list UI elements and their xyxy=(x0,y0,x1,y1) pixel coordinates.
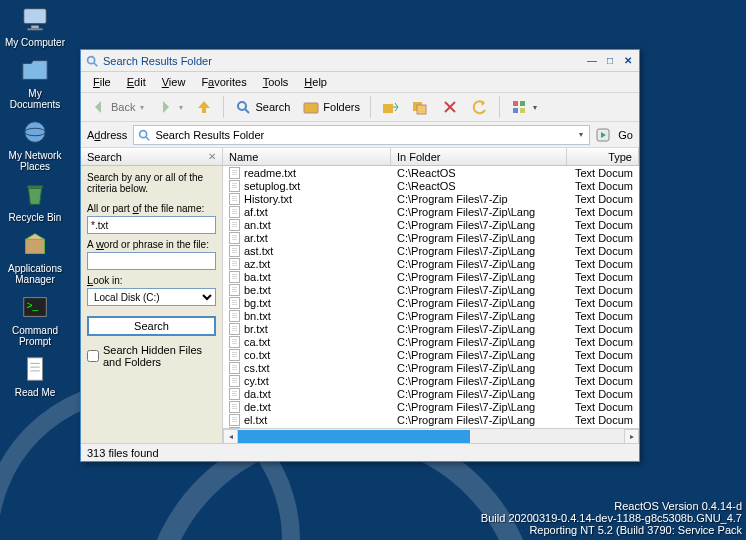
menu-tools[interactable]: Tools xyxy=(257,74,295,90)
dropdown-arrow-icon: ▾ xyxy=(533,103,537,112)
minimize-button[interactable]: — xyxy=(585,55,599,67)
status-text: 313 files found xyxy=(87,447,159,459)
toolbar-separator xyxy=(499,96,500,118)
menu-file[interactable]: File xyxy=(87,74,117,90)
scroll-thumb[interactable] xyxy=(238,430,470,443)
file-type: Text Docum xyxy=(567,284,639,296)
svg-text:>_: >_ xyxy=(27,300,39,311)
column-type[interactable]: Type xyxy=(567,148,639,165)
sidebar-tab[interactable]: Search✕ xyxy=(81,148,222,166)
lookin-label: Look in: xyxy=(87,274,216,286)
result-row[interactable]: readme.txtC:\ReactOSText Docum xyxy=(223,166,639,179)
views-button[interactable]: ▾ xyxy=(505,95,542,119)
horizontal-scrollbar[interactable]: ◂ ▸ xyxy=(223,428,639,443)
result-row[interactable]: be.txtC:\Program Files\7-Zip\LangText Do… xyxy=(223,283,639,296)
results-header: Name In Folder Type xyxy=(223,148,639,166)
file-name: ba.txt xyxy=(244,271,271,283)
menu-favorites[interactable]: Favorites xyxy=(195,74,252,90)
address-input[interactable]: Search Results Folder ▾ xyxy=(133,125,590,145)
hidden-checkbox[interactable] xyxy=(87,350,99,362)
result-row[interactable]: bn.txtC:\Program Files\7-Zip\LangText Do… xyxy=(223,309,639,322)
file-type: Text Docum xyxy=(567,362,639,374)
search-hint: Search by any or all of the criteria bel… xyxy=(87,172,216,194)
move-to-button[interactable] xyxy=(376,95,404,119)
file-folder: C:\Program Files\7-Zip\Lang xyxy=(391,245,567,257)
result-row[interactable]: setuplog.txtC:\ReactOSText Docum xyxy=(223,179,639,192)
delete-icon xyxy=(441,98,459,116)
delete-button[interactable] xyxy=(436,95,464,119)
result-row[interactable]: da.txtC:\Program Files\7-Zip\LangText Do… xyxy=(223,387,639,400)
views-icon xyxy=(510,98,528,116)
lookin-select[interactable]: Local Disk (C:) xyxy=(87,288,216,306)
folders-button[interactable]: Folders xyxy=(297,95,365,119)
maximize-button[interactable]: □ xyxy=(603,55,617,67)
file-name: az.txt xyxy=(244,258,270,270)
search-hidden-checkbox[interactable]: Search Hidden Files and Folders xyxy=(87,344,216,368)
text-file-icon xyxy=(229,362,240,374)
result-row[interactable]: ast.txtC:\Program Files\7-Zip\LangText D… xyxy=(223,244,639,257)
desktop-icon-my-computer[interactable]: My Computer xyxy=(3,3,67,48)
result-row[interactable]: an.txtC:\Program Files\7-Zip\LangText Do… xyxy=(223,218,639,231)
result-row[interactable]: ca.txtC:\Program Files\7-Zip\LangText Do… xyxy=(223,335,639,348)
desktop-icon-command-prompt[interactable]: >_ Command Prompt xyxy=(3,291,67,347)
file-type: Text Docum xyxy=(567,219,639,231)
copy-to-button[interactable] xyxy=(406,95,434,119)
go-icon[interactable] xyxy=(594,126,612,144)
file-folder: C:\Program Files\7-Zip\Lang xyxy=(391,258,567,270)
file-type: Text Docum xyxy=(567,258,639,270)
text-file-icon xyxy=(229,414,240,426)
result-row[interactable]: ar.txtC:\Program Files\7-Zip\LangText Do… xyxy=(223,231,639,244)
undo-button[interactable] xyxy=(466,95,494,119)
file-type: Text Docum xyxy=(567,206,639,218)
scroll-left-button[interactable]: ◂ xyxy=(223,429,238,444)
desktop-icon-label: Command Prompt xyxy=(3,325,67,347)
result-row[interactable]: History.txtC:\Program Files\7-ZipText Do… xyxy=(223,192,639,205)
text-file-icon xyxy=(229,258,240,270)
result-row[interactable]: co.txtC:\Program Files\7-Zip\LangText Do… xyxy=(223,348,639,361)
desktop-icon-readme[interactable]: Read Me xyxy=(3,353,67,398)
search-button[interactable]: Search xyxy=(229,95,295,119)
result-row[interactable]: az.txtC:\Program Files\7-Zip\LangText Do… xyxy=(223,257,639,270)
menu-edit[interactable]: Edit xyxy=(121,74,152,90)
desktop-icon-recycle-bin[interactable]: Recycle Bin xyxy=(3,178,67,223)
scroll-track[interactable] xyxy=(238,429,624,444)
text-file-icon xyxy=(229,388,240,400)
dropdown-arrow-icon[interactable]: ▾ xyxy=(576,130,586,139)
close-button[interactable]: ✕ xyxy=(621,55,635,67)
filename-input[interactable] xyxy=(87,216,216,234)
text-file-icon xyxy=(229,349,240,361)
desktop-icon-network-places[interactable]: My Network Places xyxy=(3,116,67,172)
content-area: Search✕ Search by any or all of the crit… xyxy=(81,148,639,443)
result-row[interactable]: ba.txtC:\Program Files\7-Zip\LangText Do… xyxy=(223,270,639,283)
svg-rect-21 xyxy=(417,105,426,114)
phrase-input[interactable] xyxy=(87,252,216,270)
file-folder: C:\Program Files\7-Zip\Lang xyxy=(391,362,567,374)
desktop-icon-my-documents[interactable]: My Documents xyxy=(3,54,67,110)
computer-icon xyxy=(19,3,51,35)
menu-help[interactable]: Help xyxy=(298,74,333,90)
search-submit-button[interactable]: Search xyxy=(87,316,216,336)
up-button[interactable] xyxy=(190,95,218,119)
close-icon[interactable]: ✕ xyxy=(208,151,216,162)
menu-view[interactable]: View xyxy=(156,74,192,90)
result-row[interactable]: bg.txtC:\Program Files\7-Zip\LangText Do… xyxy=(223,296,639,309)
scroll-right-button[interactable]: ▸ xyxy=(624,429,639,444)
go-label[interactable]: Go xyxy=(618,129,633,141)
desktop-icon-applications-manager[interactable]: Applications Manager xyxy=(3,229,67,285)
back-button[interactable]: Back ▾ xyxy=(85,95,149,119)
result-row[interactable]: cy.txtC:\Program Files\7-Zip\LangText Do… xyxy=(223,374,639,387)
column-folder[interactable]: In Folder xyxy=(391,148,567,165)
sysinfo-line: Build 20200319-0.4.14-dev-1188-g8c5308b.… xyxy=(481,512,742,524)
forward-button[interactable]: ▾ xyxy=(151,95,188,119)
result-row[interactable]: el.txtC:\Program Files\7-Zip\LangText Do… xyxy=(223,413,639,426)
file-folder: C:\Program Files\7-Zip\Lang xyxy=(391,414,567,426)
text-file-icon xyxy=(229,193,240,205)
result-row[interactable]: de.txtC:\Program Files\7-Zip\LangText Do… xyxy=(223,400,639,413)
file-type: Text Docum xyxy=(567,310,639,322)
result-row[interactable]: cs.txtC:\Program Files\7-Zip\LangText Do… xyxy=(223,361,639,374)
column-name[interactable]: Name xyxy=(223,148,391,165)
address-bar: Address Search Results Folder ▾ Go xyxy=(81,122,639,148)
result-row[interactable]: br.txtC:\Program Files\7-Zip\LangText Do… xyxy=(223,322,639,335)
result-row[interactable]: af.txtC:\Program Files\7-Zip\LangText Do… xyxy=(223,205,639,218)
titlebar[interactable]: Search Results Folder — □ ✕ xyxy=(81,50,639,72)
